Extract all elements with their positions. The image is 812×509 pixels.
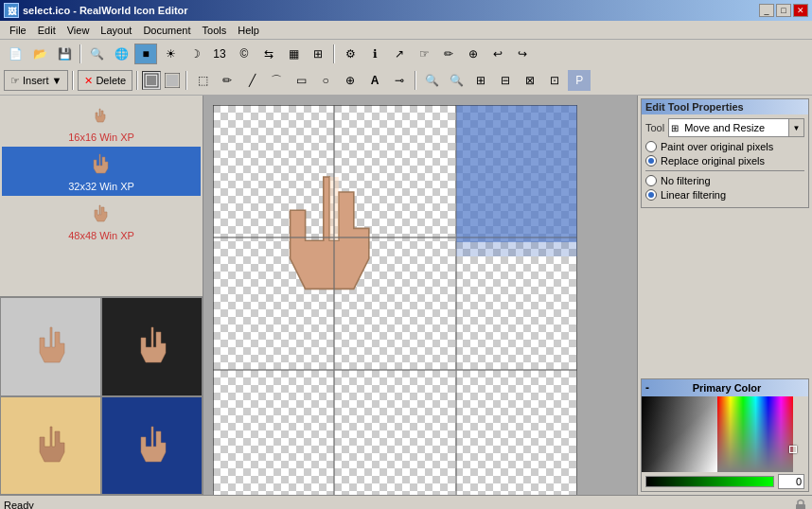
toolbar-sep-2 (333, 44, 335, 63)
delete-button[interactable]: ✕ Delete (78, 70, 132, 91)
crop-tool[interactable]: ⊡ (543, 70, 566, 91)
color-header: - Primary Color (642, 379, 808, 396)
primary-color-section: - Primary Color (641, 378, 809, 492)
status-lock-icon (793, 498, 808, 510)
toolbar-sep-6 (415, 71, 416, 90)
radio-no-filter[interactable]: No filtering (645, 175, 804, 186)
moon-button[interactable]: ☽ (184, 44, 206, 64)
move-resize-icon: ⊞ (669, 123, 680, 133)
menu-tools[interactable]: Tools (197, 23, 233, 38)
toolbar-row-2: ☞ Insert ▼ ✕ Delete ⬚ ✏ ╱ ⌒ ▭ (4, 68, 808, 93)
copyright-button[interactable]: © (233, 44, 256, 64)
hue-sat-gradient[interactable] (717, 396, 808, 472)
toolbar-sep-1 (79, 44, 81, 63)
icon-list[interactable]: 16x16 Win XP 32x32 Win XP 48x48 Win (0, 96, 203, 296)
undo-button[interactable]: ↩ (486, 44, 509, 64)
grid-button[interactable]: ▦ (282, 44, 305, 64)
open-button[interactable]: 📂 (28, 44, 51, 64)
green-slider[interactable] (645, 476, 774, 487)
color-button[interactable]: ■ (134, 44, 157, 64)
preview-hand-warm (27, 422, 75, 469)
zoom-fit-tool[interactable]: 🔍 (445, 70, 468, 91)
rect-tool[interactable]: ▭ (290, 70, 312, 91)
color-collapse-button[interactable]: - (645, 381, 649, 395)
pointer-button[interactable]: ☞ (413, 44, 435, 64)
hand-icon-32 (88, 152, 115, 179)
tool-dropdown[interactable]: ⊞ Move and Resize ▼ (668, 118, 804, 137)
minimize-button[interactable]: _ (759, 4, 774, 17)
cursor-button[interactable]: ↗ (388, 44, 411, 64)
info-button[interactable]: ℹ (363, 44, 386, 64)
ellipse-tool[interactable]: ○ (314, 70, 337, 91)
sun-button[interactable]: ☀ (159, 44, 182, 64)
title-bar: 🖼 select.ico - RealWorld Icon Editor _ □… (0, 0, 812, 21)
window-controls[interactable]: _ □ ✕ (759, 4, 808, 17)
zoom-in-tool[interactable]: ⊕ (339, 70, 362, 91)
move-resize-tool[interactable]: ⊞ (469, 70, 492, 91)
tool-select-row: Tool ⊞ Move and Resize ▼ (645, 118, 804, 137)
canvas-area[interactable] (203, 96, 637, 495)
redo-button[interactable]: ↪ (511, 44, 534, 64)
curve-tool[interactable]: ⌒ (265, 70, 288, 91)
zoom-out-tool[interactable]: 🔍 (420, 70, 443, 91)
size-32-icon (165, 73, 180, 88)
size-32-button[interactable] (163, 71, 182, 90)
list-item-32x32[interactable]: 32x32 Win XP (2, 147, 201, 196)
save-button[interactable]: 💾 (53, 44, 76, 64)
color-value-input[interactable] (778, 474, 804, 489)
tool-properties-header: Edit Tool Properties (642, 99, 808, 114)
radio-linear-filter[interactable]: Linear filtering (645, 189, 804, 201)
brightness-canvas[interactable] (642, 396, 717, 472)
spacer (638, 211, 812, 376)
right-panel: Edit Tool Properties Tool ⊞ Move and Res… (637, 96, 812, 495)
search-button[interactable]: 🔍 (85, 44, 108, 64)
tool-label: Tool (645, 122, 664, 133)
new-button[interactable]: 📄 (4, 44, 26, 64)
title-bar-left: 🖼 select.ico - RealWorld Icon Editor (4, 3, 188, 18)
nav-button[interactable]: ⊕ (462, 44, 485, 64)
maximize-button[interactable]: □ (776, 4, 791, 17)
brightness-gradient[interactable] (642, 396, 717, 472)
menu-help[interactable]: Help (232, 23, 265, 38)
radio-paint-over[interactable]: Paint over original pixels (645, 141, 804, 152)
line-tool[interactable]: ╱ (240, 70, 263, 91)
app-icon: 🖼 (4, 3, 19, 18)
close-button[interactable]: ✕ (793, 4, 808, 17)
primary-color-label: Primary Color (693, 382, 762, 394)
menu-file[interactable]: File (4, 23, 32, 38)
num-button[interactable]: 13 (208, 44, 231, 64)
svg-rect-1 (147, 76, 156, 85)
menu-layout[interactable]: Layout (95, 23, 137, 38)
eyedropper-tool[interactable]: ⊸ (388, 70, 411, 91)
label-32x32: 32x32 Win XP (68, 181, 134, 192)
menu-view[interactable]: View (62, 23, 96, 38)
size-16-button[interactable] (142, 71, 161, 90)
hand-icon-48 (90, 203, 113, 226)
tool-dropdown-arrow[interactable]: ▼ (788, 119, 803, 136)
select-tool[interactable]: ⬚ (191, 70, 214, 91)
radio-replace[interactable]: Replace original pixels (645, 155, 804, 167)
export-button[interactable]: ⊞ (307, 44, 329, 64)
color-selector[interactable] (789, 446, 797, 453)
extra-tool[interactable]: P (568, 70, 591, 91)
tool-properties-label: Edit Tool Properties (645, 101, 744, 113)
thumb-32x32 (86, 150, 116, 181)
gear-button[interactable]: ⚙ (339, 44, 362, 64)
svg-rect-3 (167, 75, 178, 86)
list-item-48x48[interactable]: 48x48 Win XP (2, 196, 201, 245)
toolbar-area: 📄 📂 💾 🔍 🌐 ■ ☀ ☽ 13 © ⇆ ▦ ⊞ ⚙ ℹ ↗ ☞ ✏ ⊕ ↩… (0, 40, 812, 96)
text-tool[interactable]: A (363, 70, 386, 91)
flip-button[interactable]: ⇆ (257, 44, 280, 64)
distribute-tool[interactable]: ⊠ (519, 70, 541, 91)
insert-button[interactable]: ☞ Insert ▼ (4, 70, 68, 91)
pencil-tool[interactable]: ✏ (216, 70, 238, 91)
hue-canvas[interactable] (717, 396, 793, 472)
globe-button[interactable]: 🌐 (110, 44, 132, 64)
align-tool[interactable]: ⊟ (494, 70, 517, 91)
menu-edit[interactable]: Edit (32, 23, 62, 38)
menu-document[interactable]: Document (137, 23, 196, 38)
color-body[interactable] (642, 396, 808, 472)
main-canvas[interactable] (213, 105, 577, 495)
brush-button[interactable]: ✏ (437, 44, 460, 64)
list-item-16x16[interactable]: 16x16 Win XP (2, 97, 201, 147)
